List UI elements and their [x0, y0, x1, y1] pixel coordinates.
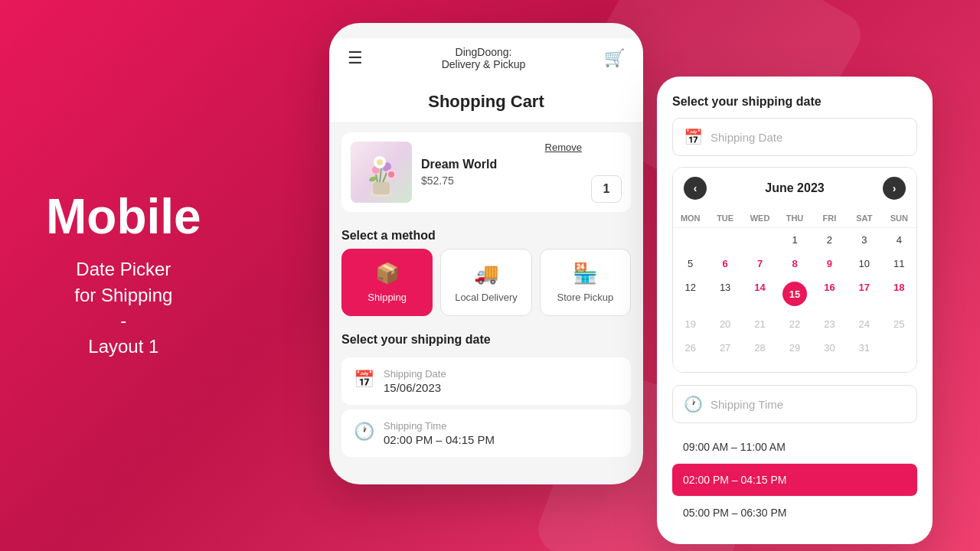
cart-item: Dream World $52.75 Remove 1 — [341, 132, 631, 212]
calendar-nav: ‹ June 2023 › — [673, 168, 916, 209]
shipping-date-field[interactable]: 📅 Shipping Date 15/06/2023 — [341, 357, 631, 405]
calendar-day[interactable]: 13 — [707, 276, 742, 312]
shipping-time-field[interactable]: 🕐 Shipping Time 02:00 PM – 04:15 PM — [341, 409, 631, 457]
calendar-day[interactable]: 6 — [707, 252, 742, 276]
calendar-day-header: MON — [673, 209, 707, 228]
calendar-day — [743, 228, 777, 252]
calendar-day-header: SAT — [847, 209, 881, 228]
right-clock-icon: 🕐 — [684, 395, 703, 413]
prev-month-button[interactable]: ‹ — [684, 177, 707, 200]
calendar-day — [707, 228, 742, 252]
method-shipping-label: Shipping — [368, 292, 407, 303]
calendar-day[interactable]: 27 — [707, 336, 742, 360]
svg-point-9 — [388, 171, 394, 178]
calendar-day — [882, 336, 916, 360]
calendar-day[interactable]: 15 — [777, 276, 812, 312]
cart-item-info: Dream World $52.75 — [421, 158, 536, 187]
right-time-placeholder: Shipping Time — [710, 398, 783, 411]
calendar-day — [673, 360, 707, 372]
shipping-date-label: Select your shipping date — [329, 325, 643, 353]
shipping-date-info: Shipping Date 15/06/2023 — [384, 368, 446, 394]
shipping-time-value: 02:00 PM – 04:15 PM — [384, 433, 495, 446]
calendar-day[interactable]: 20 — [707, 312, 742, 336]
right-shipping-time-field[interactable]: 🕐 Shipping Time — [672, 385, 917, 423]
shipping-date-value: 15/06/2023 — [384, 381, 446, 394]
left-section: Mobile Date Picker for Shipping - Layout… — [46, 192, 201, 359]
calendar-day-header: SUN — [882, 209, 916, 228]
subtitle: Date Picker for Shipping - Layout 1 — [46, 256, 201, 359]
calendar-grid: MONTUEWEDTHUFRISATSUN1234567891011121314… — [673, 209, 916, 372]
right-shipping-date-field[interactable]: 📅 Shipping Date — [672, 118, 917, 156]
calendar-day[interactable]: 14 — [743, 276, 777, 312]
method-local-delivery[interactable]: 🚚 Local Delivery — [440, 249, 531, 316]
page-title: Shopping Cart — [329, 81, 643, 123]
calendar-day[interactable]: 9 — [812, 252, 847, 276]
calendar-day[interactable]: 28 — [743, 336, 777, 360]
calendar-day[interactable]: 7 — [743, 252, 777, 276]
store-pickup-icon: 🏪 — [573, 262, 597, 285]
phone-left: ☰ DingDoong: Delivery & Pickup 🛒 Shoppin… — [329, 23, 643, 484]
clock-icon: 🕐 — [354, 422, 374, 442]
calendar-day[interactable]: 10 — [847, 252, 881, 276]
cart-item-price: $52.75 — [421, 174, 536, 187]
main-title: Mobile — [46, 192, 201, 241]
calendar-day[interactable]: 8 — [777, 252, 812, 276]
quantity-display: 1 — [591, 175, 622, 203]
calendar-day[interactable]: 3 — [847, 228, 881, 252]
phone-header: ☰ DingDoong: Delivery & Pickup 🛒 — [329, 38, 643, 81]
calendar-day[interactable]: 19 — [673, 312, 707, 336]
right-date-placeholder: Shipping Date — [710, 131, 782, 144]
calendar-day-header: WED — [743, 209, 777, 228]
calendar-day-header: THU — [777, 209, 812, 228]
cart-item-image — [351, 142, 412, 203]
calendar-day[interactable]: 23 — [812, 312, 847, 336]
local-delivery-icon: 🚚 — [474, 262, 498, 285]
calendar-icon: 📅 — [354, 370, 374, 390]
next-month-button[interactable]: › — [883, 177, 906, 200]
calendar-day[interactable]: 21 — [743, 312, 777, 336]
calendar-day[interactable]: 2 — [812, 228, 847, 252]
shipping-icon: 📦 — [375, 262, 400, 285]
cart-item-name: Dream World — [421, 158, 536, 171]
calendar-day[interactable]: 16 — [812, 276, 847, 312]
calendar-day[interactable]: 29 — [777, 336, 812, 360]
shipping-date-field-label: Shipping Date — [384, 368, 446, 380]
calendar-day[interactable]: 11 — [882, 252, 916, 276]
phone-right: Select your shipping date 📅 Shipping Dat… — [657, 77, 933, 544]
hamburger-icon[interactable]: ☰ — [348, 48, 363, 68]
calendar-day[interactable]: 5 — [673, 252, 707, 276]
calendar-day[interactable]: 1 — [777, 228, 812, 252]
method-section-label: Select a method — [329, 221, 643, 249]
calendar-day[interactable]: 25 — [882, 312, 916, 336]
svg-line-12 — [383, 173, 387, 182]
svg-rect-1 — [373, 182, 390, 194]
method-local-delivery-label: Local Delivery — [455, 292, 518, 303]
method-grid: 📦 Shipping 🚚 Local Delivery 🏪 Store Pick… — [329, 249, 643, 325]
calendar-day[interactable]: 24 — [847, 312, 881, 336]
calendar-day[interactable]: 12 — [673, 276, 707, 312]
calendar-day[interactable]: 22 — [777, 312, 812, 336]
calendar-day[interactable]: 31 — [847, 336, 881, 360]
svg-point-7 — [377, 159, 383, 165]
calendar-section-label: Select your shipping date — [672, 95, 917, 109]
calendar-day[interactable]: 4 — [882, 228, 916, 252]
shipping-time-field-label: Shipping Time — [384, 420, 495, 432]
time-slot-1[interactable]: 02:00 PM – 04:15 PM — [672, 464, 917, 497]
remove-button[interactable]: Remove — [545, 142, 582, 153]
method-store-pickup[interactable]: 🏪 Store Pickup — [540, 249, 631, 316]
app-title: DingDoong: Delivery & Pickup — [442, 46, 526, 70]
calendar-day[interactable]: 17 — [847, 276, 881, 312]
calendar-day[interactable]: 18 — [882, 276, 916, 312]
time-slot-0[interactable]: 09:00 AM – 11:00 AM — [672, 431, 917, 464]
calendar-day[interactable]: 30 — [812, 336, 847, 360]
method-store-pickup-label: Store Pickup — [557, 292, 613, 303]
method-shipping[interactable]: 📦 Shipping — [341, 249, 433, 316]
calendar-day — [673, 228, 707, 252]
cart-icon[interactable]: 🛒 — [604, 48, 625, 68]
calendar-day[interactable]: 26 — [673, 336, 707, 360]
calendar-day-header: TUE — [707, 209, 742, 228]
calendar-month: June 2023 — [765, 181, 824, 195]
shipping-time-info: Shipping Time 02:00 PM – 04:15 PM — [384, 420, 495, 446]
time-slot-2[interactable]: 05:00 PM – 06:30 PM — [672, 497, 917, 529]
calendar: ‹ June 2023 › MONTUEWEDTHUFRISATSUN12345… — [672, 167, 917, 373]
